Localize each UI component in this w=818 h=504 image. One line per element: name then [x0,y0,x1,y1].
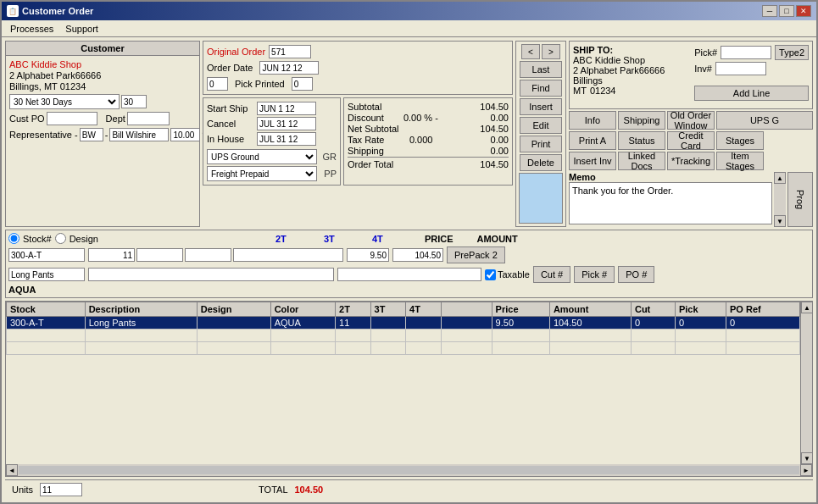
h-scroll-right[interactable]: ► [800,464,812,476]
cell-price: 9.50 [492,317,549,330]
th-color: Color [270,302,335,317]
insert-inv-button[interactable]: Insert Inv [569,152,616,170]
pp-select[interactable]: Freight Prepaid [207,166,317,181]
amount-input[interactable] [392,248,443,262]
find-button[interactable]: Find [520,80,562,97]
delete-button[interactable]: Delete [520,154,562,171]
memo-textarea[interactable]: Thank you for the Order. [569,182,772,224]
prepack-button[interactable]: PrePack 2 [447,246,505,263]
stages-button[interactable]: Stages [716,131,764,150]
last-button[interactable]: Last [520,61,562,78]
order-total-value: 104.50 [458,159,509,169]
desc-input[interactable] [8,268,85,281]
inhouse-input[interactable] [257,132,316,146]
pick-printed-input[interactable] [292,77,313,91]
pp-row: Freight Prepaid PP [207,166,337,181]
linked-docs-button[interactable]: Linked Docs [618,152,665,170]
tracking-button[interactable]: *Tracking [667,152,715,170]
design-radio[interactable] [55,233,66,244]
print-button[interactable]: Print [520,136,562,152]
terms-value-input[interactable] [121,95,147,108]
stock-radio[interactable] [8,233,19,244]
price-input[interactable] [347,248,389,262]
print-a-button[interactable]: Print A [569,131,616,150]
maximize-button[interactable]: □ [779,5,794,17]
cell-extra [441,317,492,330]
next-button[interactable]: > [542,44,560,59]
table-scroll: Stock Description Design Color 2T 3T 4T … [6,302,800,464]
credit-card-button[interactable]: Credit Card [667,131,715,150]
desc2-input[interactable] [88,268,334,281]
original-order-input[interactable] [269,45,311,58]
qty-3t-input[interactable] [136,248,183,262]
h-scroll-left[interactable]: ◄ [6,464,18,476]
menu-processes[interactable]: Processes [5,23,58,35]
dept-input[interactable] [127,112,170,125]
shipto-citystate: Billings [573,75,665,86]
order-date-input[interactable] [259,61,319,75]
menu-bar: Processes Support [2,20,816,37]
menu-support[interactable]: Support [60,23,103,35]
size-4t-header: 4T [354,234,401,244]
start-ship-input[interactable] [257,102,316,115]
table-scroll-up[interactable]: ▲ [801,302,812,313]
th-3t: 3T [370,302,406,317]
inhouse-row: In House [207,132,337,146]
qty-4t-input[interactable] [185,248,231,262]
desc3-input[interactable] [337,268,481,281]
customer-address2: Billings, MT 01234 [9,81,196,91]
item-stages-button[interactable]: Item Stages [716,152,764,170]
size-inputs [88,248,343,262]
inv-input[interactable] [715,62,766,75]
customer-tab[interactable]: Customer [6,42,199,56]
cancel-input[interactable] [257,117,316,130]
total-value: 104.50 [295,485,324,495]
pick-button[interactable]: Pick # [574,266,615,283]
stock-value-input[interactable] [8,248,85,262]
commission-input[interactable] [170,128,200,141]
table-row[interactable]: 300-A-T Long Pants AQUA 11 9.50 104.50 [7,317,800,330]
terms-select[interactable]: 30 Net 30 Days [9,94,120,109]
table-scroll-track [801,313,812,452]
custpo-input[interactable] [47,112,97,125]
pick-input[interactable] [721,46,771,59]
cut-button[interactable]: Cut # [533,266,570,283]
th-po-ref: PO Ref [726,302,800,317]
close-button[interactable]: ✕ [796,5,811,17]
order-table: Stock Description Design Color 2T 3T 4T … [6,302,800,355]
order-date-label: Order Date [207,63,253,73]
insert-button[interactable]: Insert [520,98,562,115]
table-scroll-down[interactable]: ▼ [801,452,812,464]
pick-row: Pick# Type2 [694,45,809,60]
old-order-window-button[interactable]: Old Order Window [667,111,715,130]
taxable-checkbox[interactable] [485,269,496,280]
add-line-button[interactable]: Add Line [694,86,809,101]
shipping-button[interactable]: Shipping [618,111,665,130]
rep-code1-input[interactable] [80,128,103,141]
memo-scroll-up[interactable]: ▲ [774,172,786,184]
shipping-value: 0.00 [458,146,509,156]
gr-select[interactable]: UPS Ground [207,149,317,164]
minimize-button[interactable]: ─ [762,5,777,17]
edit-button[interactable]: Edit [520,117,562,134]
th-stock: Stock [7,302,86,317]
qty-extra-input[interactable] [233,248,343,262]
shipto-label: SHIP TO: [573,45,665,55]
prev-button[interactable]: < [521,44,540,59]
qty-2t-input[interactable] [88,248,135,262]
order-total-label: Order Total [348,159,393,169]
status-button[interactable]: Status [618,131,665,150]
empty-cell-13 [726,330,800,342]
units-input[interactable] [40,483,82,496]
memo-scroll-down[interactable]: ▼ [774,215,786,227]
shipto-info: SHIP TO: ABC Kiddie Shop 2 Alphabet Park… [573,45,665,101]
po-button[interactable]: PO # [618,266,654,283]
zero-input[interactable] [207,77,228,91]
info-button[interactable]: Info [569,111,616,130]
rep-name-input[interactable] [109,128,169,141]
th-pick: Pick [675,302,726,317]
prog-button[interactable]: Prog [787,172,813,227]
customer-tab-label: Customer [81,43,124,53]
empty-cell-12 [675,330,726,342]
cell-2t: 11 [336,317,371,330]
